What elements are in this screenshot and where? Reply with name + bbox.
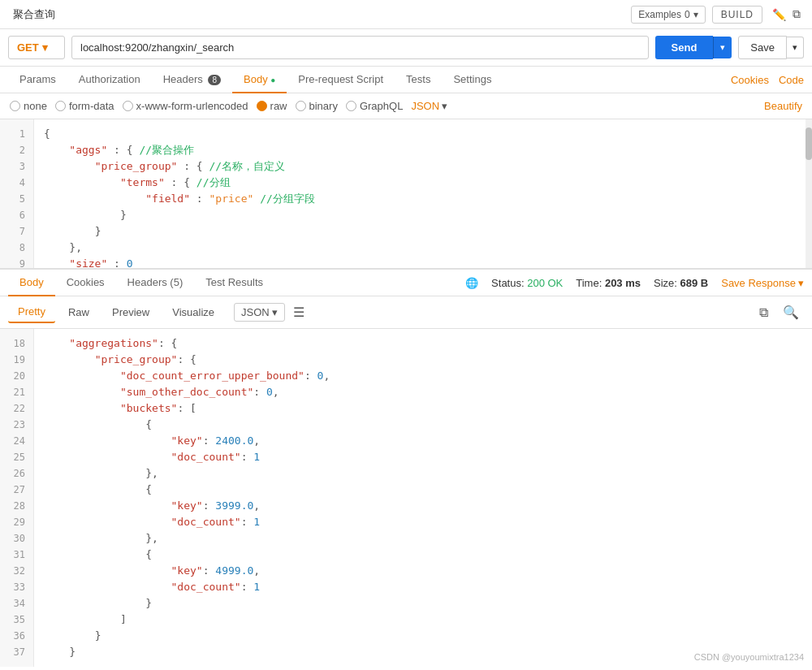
size-label: Size: 689 B <box>654 277 708 289</box>
resp-line-23: { <box>44 417 802 433</box>
resp-line-25: "doc_count": 1 <box>44 449 802 465</box>
status-info: 🌐 Status: 200 OK Time: 203 ms Size: 689 … <box>465 277 804 289</box>
rline-32: 32 <box>0 563 33 579</box>
wrap-lines-icon[interactable]: ☰ <box>288 302 309 322</box>
rline-37: 37 <box>0 644 33 660</box>
cookies-link[interactable]: Cookies <box>731 74 769 86</box>
save-button-group: Save ▾ <box>738 36 804 59</box>
radio-graphql[interactable]: GraphQL <box>346 100 403 112</box>
radio-raw-label: raw <box>270 100 287 112</box>
editor-scrollbar[interactable] <box>806 119 812 268</box>
copy-response-icon[interactable]: ⧉ <box>754 302 773 322</box>
response-tabs-bar: Body Cookies Headers (5) Test Results 🌐 … <box>0 270 812 296</box>
radio-none[interactable]: none <box>10 100 47 112</box>
method-select[interactable]: GET ▾ <box>8 36 65 59</box>
save-response-button[interactable]: Save Response ▾ <box>721 277 804 289</box>
tab-settings[interactable]: Settings <box>442 67 503 93</box>
expand-icon[interactable]: ⧉ <box>789 4 804 24</box>
request-tabs-bar: Params Authorization Headers 8 Body ● Pr… <box>0 67 812 93</box>
send-dropdown-button[interactable]: ▾ <box>713 37 732 58</box>
beautify-button[interactable]: Beautify <box>764 100 802 112</box>
build-button[interactable]: BUILD <box>712 6 762 24</box>
radio-urlencoded-label: x-www-form-urlencoded <box>136 100 248 112</box>
tab-pre-request[interactable]: Pre-request Script <box>287 67 395 93</box>
code-line-9: "size" : 0 <box>44 256 802 270</box>
save-response-chevron-icon: ▾ <box>798 277 804 289</box>
request-bar: GET ▾ Send ▾ Save ▾ <box>0 29 812 67</box>
tab-authorization[interactable]: Authorization <box>67 67 152 93</box>
editor-content: 1 2 3 4 5 6 7 8 9 10 { "aggs" : { //聚合操作… <box>0 119 812 270</box>
method-chevron-icon: ▾ <box>42 41 48 54</box>
resp-line-19: "price_group": { <box>44 352 802 368</box>
response-tab-test-results[interactable]: Test Results <box>194 270 274 296</box>
code-line-7: } <box>44 223 802 240</box>
json-chevron-icon: ▾ <box>442 100 447 112</box>
resp-line-27: { <box>44 482 802 498</box>
resp-tab-pretty[interactable]: Pretty <box>8 301 55 323</box>
radio-form-data[interactable]: form-data <box>55 100 114 112</box>
rline-25: 25 <box>0 449 33 465</box>
rline-36: 36 <box>0 628 33 644</box>
json-format-select[interactable]: JSON ▾ <box>411 100 447 112</box>
response-tab-headers[interactable]: Headers (5) <box>116 270 195 296</box>
rline-22: 22 <box>0 400 33 417</box>
rline-19: 19 <box>0 352 33 368</box>
resp-tab-preview[interactable]: Preview <box>102 302 159 322</box>
request-body-editor[interactable]: 1 2 3 4 5 6 7 8 9 10 { "aggs" : { //聚合操作… <box>0 119 812 270</box>
resp-line-31: { <box>44 547 802 563</box>
radio-raw[interactable]: raw <box>257 100 287 112</box>
response-body: 18 19 20 21 22 23 24 25 26 27 28 29 30 3… <box>0 329 812 667</box>
line-num-7: 7 <box>0 223 33 240</box>
resp-line-33: "doc_count": 1 <box>44 579 802 595</box>
line-num-5: 5 <box>0 191 33 207</box>
search-response-icon[interactable]: 🔍 <box>778 302 804 322</box>
code-line-2: "aggs" : { //聚合操作 <box>44 142 802 158</box>
url-input[interactable] <box>71 36 649 59</box>
resp-line-29: "doc_count": 1 <box>44 514 802 530</box>
resp-line-26: }, <box>44 465 802 482</box>
tab-headers[interactable]: Headers 8 <box>152 67 232 93</box>
code-line-8: }, <box>44 240 802 256</box>
resp-line-36: } <box>44 628 802 644</box>
tab-tests[interactable]: Tests <box>395 67 442 93</box>
response-tab-body[interactable]: Body <box>8 270 55 296</box>
send-button[interactable]: Send <box>655 36 714 59</box>
resp-tab-visualize[interactable]: Visualize <box>162 302 224 322</box>
resp-line-32: "key": 4999.0, <box>44 563 802 579</box>
line-num-2: 2 <box>0 142 33 158</box>
rline-27: 27 <box>0 482 33 498</box>
size-value: 689 B <box>680 277 709 289</box>
examples-button[interactable]: Examples 0 ▾ <box>631 6 705 24</box>
line-num-8: 8 <box>0 240 33 256</box>
response-code-lines: "aggregations": { "price_group": { "doc_… <box>34 329 812 667</box>
radio-binary[interactable]: binary <box>296 100 338 112</box>
code-line-1: { <box>44 126 802 142</box>
save-button[interactable]: Save <box>738 36 787 59</box>
examples-chevron-icon: ▾ <box>693 9 698 20</box>
method-value: GET <box>17 41 39 54</box>
radio-urlencoded[interactable]: x-www-form-urlencoded <box>123 100 248 112</box>
rline-35: 35 <box>0 612 33 628</box>
tab-body[interactable]: Body ● <box>232 67 287 93</box>
resp-tab-raw[interactable]: Raw <box>58 302 99 322</box>
save-dropdown-button[interactable]: ▾ <box>787 37 804 58</box>
resp-line-18: "aggregations": { <box>44 335 802 352</box>
tab-params[interactable]: Params <box>8 67 67 93</box>
resp-line-28: "key": 3999.0, <box>44 498 802 514</box>
resp-format-chevron-icon: ▾ <box>272 306 278 318</box>
rline-18: 18 <box>0 335 33 352</box>
response-right-actions: ⧉ 🔍 <box>754 302 804 322</box>
rline-26: 26 <box>0 465 33 482</box>
code-line-3: "price_group" : { //名称，自定义 <box>44 158 802 175</box>
rline-31: 31 <box>0 547 33 563</box>
radio-graphql-dot <box>346 101 356 111</box>
code-link[interactable]: Code <box>779 74 804 86</box>
body-options-bar: none form-data x-www-form-urlencoded raw… <box>0 93 812 119</box>
resp-line-34: } <box>44 595 802 612</box>
response-format-select[interactable]: JSON ▾ <box>234 303 285 322</box>
examples-count: 0 <box>685 9 690 20</box>
edit-icon[interactable]: ✏️ <box>769 5 789 24</box>
resp-line-22: "buckets": [ <box>44 400 802 417</box>
response-tab-cookies[interactable]: Cookies <box>55 270 116 296</box>
line-num-1: 1 <box>0 126 33 142</box>
